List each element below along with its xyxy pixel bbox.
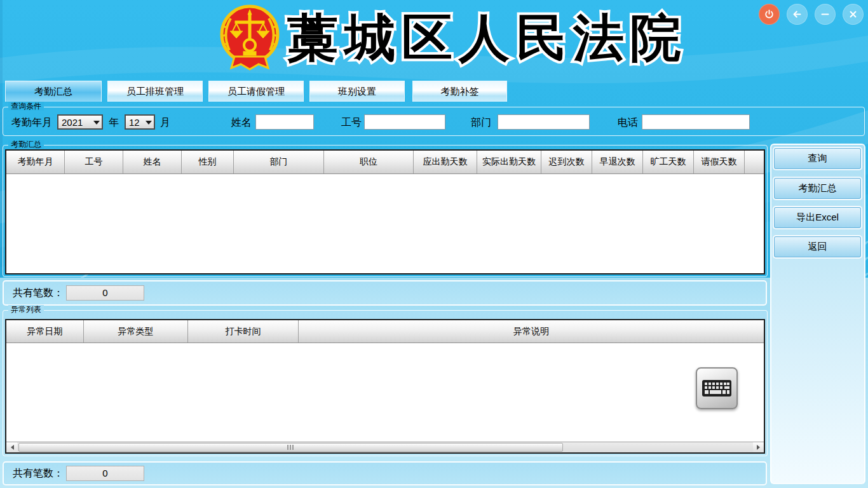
- summary-col-position[interactable]: 职位: [324, 151, 414, 173]
- phone-label: 电话: [618, 115, 638, 130]
- app-title: 藁城区人民法院: [287, 6, 649, 70]
- keyboard-icon: [702, 377, 732, 400]
- tab-attendance-makeup[interactable]: 考勤补签: [412, 81, 507, 102]
- return-button[interactable]: 返回: [774, 236, 861, 257]
- department-input[interactable]: [498, 114, 590, 130]
- power-button[interactable]: [759, 4, 780, 25]
- phone-input[interactable]: [642, 114, 750, 130]
- scrollbar-grip-icon: [292, 445, 294, 450]
- department-label: 部门: [471, 115, 491, 130]
- exceptions-table-header: 异常日期 异常类型 打卡时间 异常说明: [6, 320, 764, 343]
- period-label: 考勤年月: [11, 115, 52, 130]
- year-suffix-label: 年: [109, 115, 119, 130]
- summary-table-body[interactable]: [6, 174, 764, 273]
- minimize-button[interactable]: [815, 4, 836, 25]
- year-select[interactable]: 2021: [57, 114, 103, 130]
- summary-col-absent-days[interactable]: 旷工天数: [643, 151, 694, 173]
- close-icon: [848, 9, 858, 20]
- tab-leave-management[interactable]: 员工请假管理: [208, 81, 304, 102]
- scroll-right-icon: [757, 445, 763, 450]
- exception-col-type[interactable]: 异常类型: [84, 320, 188, 342]
- export-excel-button[interactable]: 导出Excel: [774, 207, 861, 228]
- scrollbar-grip-icon: [290, 445, 291, 450]
- exception-col-punch-time[interactable]: 打卡时间: [188, 320, 299, 342]
- summary-col-gender[interactable]: 性别: [182, 151, 234, 173]
- employee-id-input[interactable]: [364, 114, 445, 130]
- name-input[interactable]: [255, 114, 314, 130]
- summary-col-late-count[interactable]: 迟到次数: [541, 151, 592, 173]
- summary-col-period[interactable]: 考勤年月: [6, 151, 65, 173]
- chevron-down-icon: [92, 117, 102, 128]
- summary-group-label: 考勤汇总: [8, 140, 44, 149]
- exceptions-count-label: 共有笔数：: [13, 467, 64, 480]
- exceptions-group-label: 异常列表: [8, 305, 44, 314]
- search-button[interactable]: 查询: [774, 148, 861, 169]
- scroll-right-button[interactable]: [753, 442, 764, 452]
- attendance-summary-button[interactable]: 考勤汇总: [774, 178, 861, 199]
- close-button[interactable]: [843, 4, 864, 25]
- summary-count-label: 共有笔数：: [13, 287, 64, 300]
- power-icon: [764, 9, 775, 20]
- tab-shift-management[interactable]: 员工排班管理: [107, 81, 203, 102]
- query-group-label: 查询条件: [8, 102, 44, 111]
- employee-id-label: 工号: [341, 115, 362, 130]
- tab-shift-type-settings[interactable]: 班别设置: [309, 81, 405, 102]
- summary-table: 考勤年月 工号 姓名 性别 部门 职位 应出勤天数 实际出勤天数 迟到次数 早退…: [5, 149, 765, 274]
- chevron-down-icon: [144, 117, 154, 128]
- summary-col-department[interactable]: 部门: [234, 151, 324, 173]
- scrollbar-grip-icon: [287, 445, 288, 450]
- summary-col-expected-days[interactable]: 应出勤天数: [414, 151, 477, 173]
- summary-col-actual-days[interactable]: 实际出勤天数: [477, 151, 541, 173]
- summary-col-leave-days[interactable]: 请假天数: [694, 151, 745, 173]
- court-emblem-logo: [218, 3, 281, 74]
- virtual-keyboard-button[interactable]: [696, 367, 738, 409]
- summary-table-header: 考勤年月 工号 姓名 性别 部门 职位 应出勤天数 实际出勤天数 迟到次数 早退…: [6, 151, 764, 174]
- exceptions-table-body[interactable]: [6, 343, 764, 442]
- summary-col-early-leave-count[interactable]: 早退次数: [592, 151, 643, 173]
- tab-attendance-summary[interactable]: 考勤汇总: [5, 81, 102, 102]
- summary-count-strip: 共有笔数： 0: [3, 280, 767, 306]
- back-arrow-icon: [792, 9, 803, 20]
- summary-col-name[interactable]: 姓名: [123, 151, 182, 173]
- scroll-left-button[interactable]: [6, 442, 17, 452]
- back-button[interactable]: [787, 4, 808, 25]
- scroll-left-icon: [8, 445, 14, 450]
- month-select-value: 12: [126, 117, 144, 128]
- scrollbar-thumb[interactable]: [18, 443, 563, 452]
- summary-col-employee-id[interactable]: 工号: [65, 151, 123, 173]
- exception-col-date[interactable]: 异常日期: [6, 320, 84, 342]
- exceptions-count-strip: 共有笔数： 0: [3, 461, 767, 485]
- exceptions-table: 异常日期 异常类型 打卡时间 异常说明: [5, 319, 765, 454]
- month-suffix-label: 月: [160, 115, 170, 130]
- minimize-icon: [820, 9, 831, 20]
- summary-col-filler: [745, 151, 764, 173]
- name-label: 姓名: [231, 115, 252, 130]
- horizontal-scrollbar[interactable]: [6, 442, 764, 452]
- scrollbar-track[interactable]: [17, 442, 753, 452]
- year-select-value: 2021: [58, 117, 92, 128]
- month-select[interactable]: 12: [125, 114, 155, 130]
- exception-col-description[interactable]: 异常说明: [299, 320, 764, 342]
- exceptions-count-value: 0: [66, 466, 144, 481]
- summary-count-value: 0: [66, 285, 144, 301]
